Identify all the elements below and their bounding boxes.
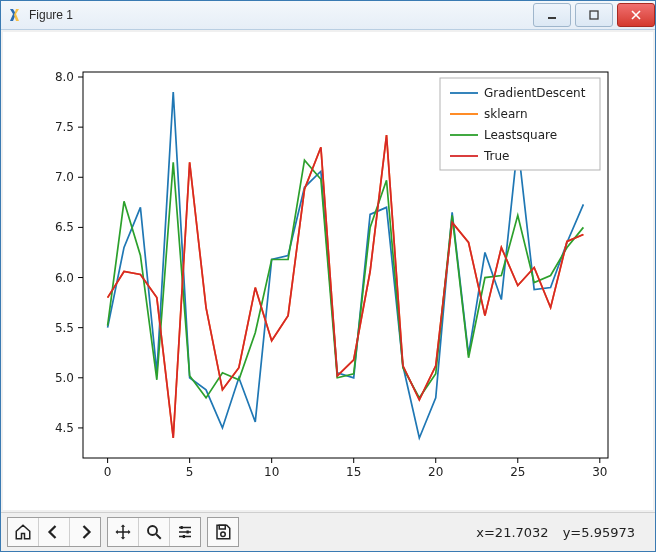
forward-button[interactable] bbox=[70, 518, 100, 546]
plot-canvas[interactable]: 0510152025304.55.05.56.06.57.07.58.0Grad… bbox=[3, 32, 653, 510]
svg-text:10: 10 bbox=[264, 465, 279, 479]
svg-rect-44 bbox=[181, 526, 183, 529]
svg-text:Leastsquare: Leastsquare bbox=[484, 128, 557, 142]
move-icon bbox=[114, 523, 132, 541]
svg-text:6.5: 6.5 bbox=[55, 220, 74, 234]
maximize-button[interactable] bbox=[575, 3, 613, 27]
svg-text:5.0: 5.0 bbox=[55, 371, 74, 385]
svg-rect-46 bbox=[183, 535, 185, 538]
svg-text:4.5: 4.5 bbox=[55, 421, 74, 435]
svg-point-43 bbox=[148, 526, 157, 535]
svg-text:5.5: 5.5 bbox=[55, 321, 74, 335]
svg-text:True: True bbox=[483, 149, 510, 163]
svg-rect-1 bbox=[590, 11, 598, 19]
svg-text:7.0: 7.0 bbox=[55, 170, 74, 184]
svg-point-48 bbox=[221, 532, 226, 537]
arrow-left-icon bbox=[45, 523, 63, 541]
sliders-icon bbox=[176, 523, 194, 541]
minimize-button[interactable] bbox=[533, 3, 571, 27]
coord-y: y=5.95973 bbox=[563, 525, 635, 540]
svg-text:sklearn: sklearn bbox=[484, 107, 528, 121]
save-icon bbox=[214, 523, 232, 541]
close-button[interactable] bbox=[617, 3, 655, 27]
home-icon bbox=[14, 523, 32, 541]
svg-text:7.5: 7.5 bbox=[55, 120, 74, 134]
figure-window: Figure 1 0510152025304.55.05.56.06.57.07… bbox=[0, 0, 656, 552]
title-bar[interactable]: Figure 1 bbox=[1, 1, 655, 30]
window-title: Figure 1 bbox=[29, 8, 73, 22]
home-button[interactable] bbox=[8, 518, 39, 546]
coord-x: x=21.7032 bbox=[476, 525, 548, 540]
arrow-right-icon bbox=[76, 523, 94, 541]
app-icon bbox=[7, 7, 23, 23]
svg-text:5: 5 bbox=[186, 465, 194, 479]
svg-rect-47 bbox=[219, 525, 225, 529]
client-area: 0510152025304.55.05.56.06.57.07.58.0Grad… bbox=[1, 30, 655, 551]
subplots-button[interactable] bbox=[170, 518, 200, 546]
zoom-icon bbox=[145, 523, 163, 541]
svg-text:25: 25 bbox=[510, 465, 525, 479]
svg-rect-0 bbox=[548, 17, 556, 19]
svg-text:15: 15 bbox=[346, 465, 361, 479]
svg-text:6.0: 6.0 bbox=[55, 271, 74, 285]
nav-toolbar: x=21.7032 y=5.95973 bbox=[1, 512, 655, 551]
svg-text:0: 0 bbox=[104, 465, 112, 479]
plot-figure: 0510152025304.55.05.56.06.57.07.58.0Grad… bbox=[3, 32, 653, 510]
zoom-button[interactable] bbox=[139, 518, 170, 546]
save-button[interactable] bbox=[208, 518, 238, 546]
back-button[interactable] bbox=[39, 518, 70, 546]
svg-text:20: 20 bbox=[428, 465, 443, 479]
svg-text:8.0: 8.0 bbox=[55, 70, 74, 84]
svg-rect-45 bbox=[187, 531, 189, 534]
pan-button[interactable] bbox=[108, 518, 139, 546]
svg-text:GradientDescent: GradientDescent bbox=[484, 86, 586, 100]
svg-text:30: 30 bbox=[592, 465, 607, 479]
